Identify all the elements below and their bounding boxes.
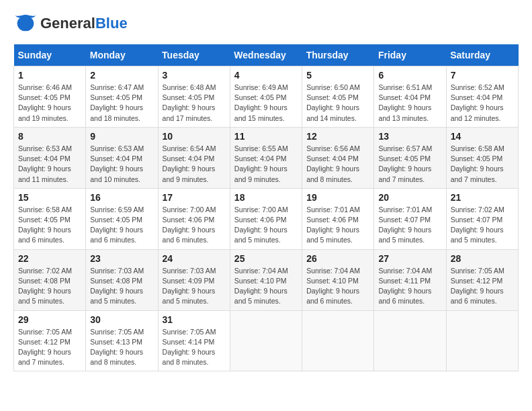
calendar-cell: 5 Sunrise: 6:50 AM Sunset: 4:05 PM Dayli… bbox=[302, 66, 374, 128]
day-number: 26 bbox=[306, 253, 369, 264]
day-number: 1 bbox=[18, 70, 81, 81]
calendar-cell: 19 Sunrise: 7:01 AM Sunset: 4:06 PM Dayl… bbox=[302, 188, 374, 249]
day-number: 18 bbox=[234, 192, 298, 203]
calendar-cell: 2 Sunrise: 6:47 AM Sunset: 4:05 PM Dayli… bbox=[86, 66, 158, 128]
calendar-cell: 21 Sunrise: 7:02 AM Sunset: 4:07 PM Dayl… bbox=[446, 188, 518, 249]
day-number: 20 bbox=[378, 192, 441, 203]
day-info: Sunrise: 6:53 AM Sunset: 4:04 PM Dayligh… bbox=[90, 144, 153, 185]
day-info: Sunrise: 7:01 AM Sunset: 4:06 PM Dayligh… bbox=[306, 205, 369, 246]
calendar-cell: 9 Sunrise: 6:53 AM Sunset: 4:04 PM Dayli… bbox=[86, 127, 158, 188]
day-info: Sunrise: 6:51 AM Sunset: 4:04 PM Dayligh… bbox=[378, 83, 441, 124]
weekday-header: Wednesday bbox=[230, 44, 302, 66]
calendar-cell: 24 Sunrise: 7:03 AM Sunset: 4:09 PM Dayl… bbox=[158, 249, 230, 310]
day-info: Sunrise: 7:02 AM Sunset: 4:07 PM Dayligh… bbox=[451, 205, 514, 246]
day-info: Sunrise: 7:04 AM Sunset: 4:10 PM Dayligh… bbox=[234, 266, 298, 307]
day-info: Sunrise: 6:56 AM Sunset: 4:04 PM Dayligh… bbox=[306, 144, 369, 185]
day-info: Sunrise: 6:59 AM Sunset: 4:05 PM Dayligh… bbox=[90, 205, 153, 246]
day-number: 16 bbox=[90, 192, 153, 203]
calendar-week-row: 1 Sunrise: 6:46 AM Sunset: 4:05 PM Dayli… bbox=[14, 66, 519, 128]
day-number: 8 bbox=[18, 131, 81, 142]
day-number: 10 bbox=[163, 131, 226, 142]
day-info: Sunrise: 6:57 AM Sunset: 4:05 PM Dayligh… bbox=[378, 144, 441, 185]
day-number: 21 bbox=[451, 192, 514, 203]
day-info: Sunrise: 7:05 AM Sunset: 4:14 PM Dayligh… bbox=[163, 327, 226, 368]
calendar-cell: 11 Sunrise: 6:55 AM Sunset: 4:04 PM Dayl… bbox=[230, 127, 302, 188]
day-number: 11 bbox=[234, 131, 298, 142]
calendar-cell: 26 Sunrise: 7:04 AM Sunset: 4:10 PM Dayl… bbox=[302, 249, 374, 310]
day-info: Sunrise: 6:46 AM Sunset: 4:05 PM Dayligh… bbox=[18, 83, 81, 124]
calendar-cell: 16 Sunrise: 6:59 AM Sunset: 4:05 PM Dayl… bbox=[86, 188, 158, 249]
day-number: 6 bbox=[378, 70, 441, 81]
day-number: 31 bbox=[163, 314, 226, 325]
calendar-cell: 17 Sunrise: 7:00 AM Sunset: 4:06 PM Dayl… bbox=[158, 188, 230, 249]
day-number: 13 bbox=[378, 131, 441, 142]
day-info: Sunrise: 6:53 AM Sunset: 4:04 PM Dayligh… bbox=[18, 144, 81, 185]
calendar-cell: 30 Sunrise: 7:05 AM Sunset: 4:13 PM Dayl… bbox=[86, 310, 158, 371]
calendar-week-row: 22 Sunrise: 7:02 AM Sunset: 4:08 PM Dayl… bbox=[14, 249, 519, 310]
day-info: Sunrise: 7:04 AM Sunset: 4:11 PM Dayligh… bbox=[378, 266, 441, 307]
day-number: 3 bbox=[163, 70, 226, 81]
page-header: GeneralBlue bbox=[13, 13, 519, 34]
calendar-cell: 27 Sunrise: 7:04 AM Sunset: 4:11 PM Dayl… bbox=[374, 249, 446, 310]
logo-icon bbox=[13, 13, 38, 34]
day-number: 5 bbox=[306, 70, 369, 81]
day-info: Sunrise: 7:02 AM Sunset: 4:08 PM Dayligh… bbox=[18, 266, 81, 307]
day-number: 29 bbox=[18, 314, 81, 325]
calendar-cell: 1 Sunrise: 6:46 AM Sunset: 4:05 PM Dayli… bbox=[14, 66, 86, 128]
day-number: 30 bbox=[90, 314, 153, 325]
calendar-cell bbox=[230, 310, 302, 371]
calendar-cell bbox=[446, 310, 518, 371]
calendar-cell: 18 Sunrise: 7:00 AM Sunset: 4:06 PM Dayl… bbox=[230, 188, 302, 249]
calendar-cell: 22 Sunrise: 7:02 AM Sunset: 4:08 PM Dayl… bbox=[14, 249, 86, 310]
calendar-cell: 3 Sunrise: 6:48 AM Sunset: 4:05 PM Dayli… bbox=[158, 66, 230, 128]
day-number: 14 bbox=[451, 131, 514, 142]
day-number: 15 bbox=[18, 192, 81, 203]
day-info: Sunrise: 6:58 AM Sunset: 4:05 PM Dayligh… bbox=[18, 205, 81, 246]
calendar-cell: 29 Sunrise: 7:05 AM Sunset: 4:12 PM Dayl… bbox=[14, 310, 86, 371]
calendar-cell: 20 Sunrise: 7:01 AM Sunset: 4:07 PM Dayl… bbox=[374, 188, 446, 249]
day-number: 9 bbox=[90, 131, 153, 142]
day-info: Sunrise: 6:49 AM Sunset: 4:05 PM Dayligh… bbox=[234, 83, 298, 124]
day-info: Sunrise: 7:00 AM Sunset: 4:06 PM Dayligh… bbox=[234, 205, 298, 246]
calendar-week-row: 29 Sunrise: 7:05 AM Sunset: 4:12 PM Dayl… bbox=[14, 310, 519, 371]
calendar-cell bbox=[302, 310, 374, 371]
weekday-header: Saturday bbox=[446, 44, 518, 66]
weekday-header: Sunday bbox=[14, 44, 86, 66]
day-info: Sunrise: 6:47 AM Sunset: 4:05 PM Dayligh… bbox=[90, 83, 153, 124]
day-info: Sunrise: 6:54 AM Sunset: 4:04 PM Dayligh… bbox=[163, 144, 226, 185]
day-info: Sunrise: 6:52 AM Sunset: 4:04 PM Dayligh… bbox=[451, 83, 514, 124]
day-info: Sunrise: 7:00 AM Sunset: 4:06 PM Dayligh… bbox=[163, 205, 226, 246]
calendar-cell: 25 Sunrise: 7:04 AM Sunset: 4:10 PM Dayl… bbox=[230, 249, 302, 310]
calendar-cell: 13 Sunrise: 6:57 AM Sunset: 4:05 PM Dayl… bbox=[374, 127, 446, 188]
calendar-cell: 28 Sunrise: 7:05 AM Sunset: 4:12 PM Dayl… bbox=[446, 249, 518, 310]
day-info: Sunrise: 6:50 AM Sunset: 4:05 PM Dayligh… bbox=[306, 83, 369, 124]
calendar-cell: 15 Sunrise: 6:58 AM Sunset: 4:05 PM Dayl… bbox=[14, 188, 86, 249]
calendar-cell: 7 Sunrise: 6:52 AM Sunset: 4:04 PM Dayli… bbox=[446, 66, 518, 128]
day-info: Sunrise: 6:55 AM Sunset: 4:04 PM Dayligh… bbox=[234, 144, 298, 185]
day-info: Sunrise: 6:58 AM Sunset: 4:05 PM Dayligh… bbox=[451, 144, 514, 185]
logo-text: GeneralBlue bbox=[40, 15, 128, 32]
calendar-cell: 4 Sunrise: 6:49 AM Sunset: 4:05 PM Dayli… bbox=[230, 66, 302, 128]
day-number: 7 bbox=[451, 70, 514, 81]
day-info: Sunrise: 7:05 AM Sunset: 4:12 PM Dayligh… bbox=[18, 327, 81, 368]
day-number: 2 bbox=[90, 70, 153, 81]
day-number: 24 bbox=[163, 253, 226, 264]
day-info: Sunrise: 6:48 AM Sunset: 4:05 PM Dayligh… bbox=[163, 83, 226, 124]
day-info: Sunrise: 7:04 AM Sunset: 4:10 PM Dayligh… bbox=[306, 266, 369, 307]
calendar-cell: 23 Sunrise: 7:03 AM Sunset: 4:08 PM Dayl… bbox=[86, 249, 158, 310]
calendar-table: SundayMondayTuesdayWednesdayThursdayFrid… bbox=[13, 44, 519, 371]
calendar-cell bbox=[374, 310, 446, 371]
day-number: 19 bbox=[306, 192, 369, 203]
weekday-header-row: SundayMondayTuesdayWednesdayThursdayFrid… bbox=[14, 44, 519, 66]
day-number: 25 bbox=[234, 253, 298, 264]
day-number: 17 bbox=[163, 192, 226, 203]
day-number: 23 bbox=[90, 253, 153, 264]
day-number: 4 bbox=[234, 70, 298, 81]
calendar-cell: 6 Sunrise: 6:51 AM Sunset: 4:04 PM Dayli… bbox=[374, 66, 446, 128]
weekday-header: Monday bbox=[86, 44, 158, 66]
day-info: Sunrise: 7:05 AM Sunset: 4:12 PM Dayligh… bbox=[451, 266, 514, 307]
calendar-cell: 10 Sunrise: 6:54 AM Sunset: 4:04 PM Dayl… bbox=[158, 127, 230, 188]
weekday-header: Thursday bbox=[302, 44, 374, 66]
calendar-week-row: 15 Sunrise: 6:58 AM Sunset: 4:05 PM Dayl… bbox=[14, 188, 519, 249]
day-info: Sunrise: 7:03 AM Sunset: 4:08 PM Dayligh… bbox=[90, 266, 153, 307]
